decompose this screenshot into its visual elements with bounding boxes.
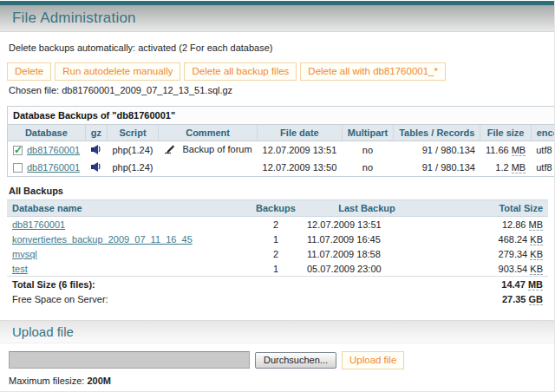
backup-file-date: 12.07.2009 13:51 <box>258 141 343 160</box>
backup-file-size: 11.66 <box>486 145 509 155</box>
db-total-size-unit: MB <box>529 219 544 231</box>
upload-file-row: Durchsuchen... Upload file <box>9 351 545 369</box>
delete-all-with-prefix-button[interactable]: Delete all with db81760001_* <box>300 62 446 81</box>
autodelete-status-text: Delete backups automatically: activated … <box>9 42 545 53</box>
col-header-encoding: encoding <box>531 125 555 141</box>
action-button-row: Delete Run autodelete manually Delete al… <box>7 62 547 81</box>
col-header-multipart: Multipart <box>342 125 393 141</box>
backup-row: db81760001 php(1.24) Backup of forum 12.… <box>8 141 555 160</box>
backups-table-header-row: Database gz Script Comment File date Mul… <box>8 125 555 141</box>
backup-database-link[interactable]: db81760001 <box>27 162 80 173</box>
db-total-size: 903.54 <box>499 264 528 274</box>
chosen-file-text: Chosen file: db81760001_2009_07_12_13_51… <box>9 85 545 95</box>
backups-count: 1 <box>250 261 302 277</box>
backups-table-caption: Database Backups of "db81760001" <box>8 107 555 125</box>
file-path-input[interactable] <box>9 351 250 369</box>
run-autodelete-button[interactable]: Run autodelete manually <box>55 62 180 81</box>
col-header-file-size: File size <box>480 125 531 141</box>
db-total-size-unit: KB <box>530 249 543 260</box>
backup-file-size-unit: MB <box>512 162 526 173</box>
backup-encoding: utf8 <box>531 159 555 177</box>
all-backups-row: db81760001 2 12.07.2009 13:51 12.86 MB <box>7 217 548 232</box>
last-backup-date: 11.07.2009 18:58 <box>302 246 432 261</box>
backup-multipart: no <box>342 159 393 177</box>
total-size-row: Total Size (6 files): 14.47 MB <box>7 277 548 292</box>
all-backups-row: mysql 2 11.07.2009 18:58 279.34 KB <box>7 246 548 261</box>
db-total-size: 279.34 <box>499 249 528 259</box>
backup-row: db81760001 php(1.24) 12.07.2009 13:50 no… <box>8 159 555 177</box>
backup-file-size: 1.2 <box>495 162 508 173</box>
max-filesize-label: Maximum filesize: <box>9 376 84 386</box>
backup-file-date: 12.07.2009 13:50 <box>258 159 343 177</box>
total-size-value: 14.47 <box>501 279 526 290</box>
backup-encoding: utf8 <box>531 141 555 160</box>
col-header-comment: Comment <box>159 125 258 141</box>
total-size-label: Total Size (6 files): <box>7 277 432 292</box>
backup-database-link[interactable]: db81760001 <box>27 145 80 155</box>
backup-checkbox-unchecked[interactable] <box>13 163 23 173</box>
free-space-value: 27.35 <box>502 294 526 304</box>
gz-compressed-icon <box>90 161 101 173</box>
all-backups-row: konvertiertes_backup_2009_07_11_16_45 1 … <box>7 232 548 246</box>
backups-count: 2 <box>250 246 302 261</box>
gz-compressed-icon <box>90 144 101 156</box>
all-backups-table: Database name Backups Last Backup Total … <box>7 199 548 309</box>
delete-all-backups-button[interactable]: Delete all backup files <box>184 62 297 81</box>
total-size-unit: MB <box>528 279 543 291</box>
backup-comment: Backup of forum <box>183 144 252 154</box>
col-header-database-name: Database name <box>7 200 250 217</box>
database-name-link[interactable]: db81760001 <box>12 219 65 230</box>
free-space-label: Free Space on Server: <box>7 291 432 309</box>
all-backups-row: test 1 05.07.2009 23:00 903.54 KB <box>7 261 548 277</box>
comment-edit-icon[interactable] <box>164 144 175 156</box>
database-backups-table: Database Backups of "db81760001" Databas… <box>7 106 555 177</box>
db-total-size-unit: KB <box>530 264 543 275</box>
col-header-tables-records: Tables / Records <box>394 125 480 141</box>
col-header-database: Database <box>8 125 86 141</box>
backup-multipart: no <box>342 141 393 160</box>
backup-script: php(1.24) <box>107 159 158 177</box>
browse-button[interactable]: Durchsuchen... <box>255 352 336 369</box>
col-header-gz: gz <box>85 125 107 141</box>
col-header-last-backup: Last Backup <box>302 200 432 217</box>
backups-count: 1 <box>250 232 302 246</box>
database-name-link[interactable]: test <box>12 264 28 274</box>
col-header-script: Script <box>107 125 158 141</box>
upload-section-title: Upload file <box>12 324 74 339</box>
col-header-backups: Backups <box>250 200 302 217</box>
db-total-size-unit: KB <box>530 234 543 245</box>
max-filesize-line: Maximum filesize: 200M <box>9 376 545 386</box>
backup-script: php(1.24) <box>107 141 158 160</box>
last-backup-date: 05.07.2009 23:00 <box>302 261 432 277</box>
page-title: File Administration <box>12 10 136 27</box>
upload-file-button[interactable]: Upload file <box>342 351 404 369</box>
backup-tables-records: 91 / 980.134 <box>394 141 480 160</box>
free-space-row: Free Space on Server: 27.35 GB <box>7 291 548 309</box>
backup-checkbox-checked[interactable] <box>13 146 23 155</box>
db-total-size: 468.24 <box>499 234 528 245</box>
backup-tables-records: 91 / 980.134 <box>394 159 480 177</box>
col-header-total-size: Total Size <box>432 200 548 217</box>
backup-file-size-unit: MB <box>512 145 526 156</box>
db-total-size: 12.86 <box>502 219 526 230</box>
all-backups-title: All Backups <box>9 186 545 196</box>
last-backup-date: 12.07.2009 13:51 <box>302 217 432 232</box>
upload-section-header: Upload file <box>0 320 554 343</box>
database-name-link[interactable]: mysql <box>12 249 37 259</box>
last-backup-date: 11.07.2009 16:45 <box>302 232 432 246</box>
page-header: File Administration <box>0 5 554 32</box>
backups-count: 2 <box>250 217 302 232</box>
all-backups-header-row: Database name Backups Last Backup Total … <box>7 200 548 217</box>
max-filesize-value: 200M <box>87 376 111 386</box>
database-name-link[interactable]: konvertiertes_backup_2009_07_11_16_45 <box>12 234 193 245</box>
free-space-unit: GB <box>529 294 544 305</box>
col-header-file-date: File date <box>258 125 343 141</box>
delete-button[interactable]: Delete <box>7 62 51 81</box>
